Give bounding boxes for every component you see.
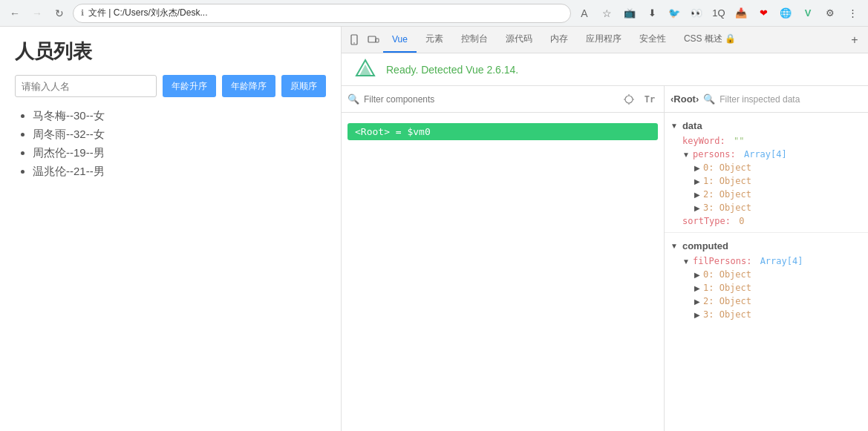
tab-application[interactable]: 应用程序 — [577, 27, 630, 53]
root-component-item[interactable]: <Root> = $vm0 — [347, 123, 658, 140]
persons-0-label: 0: Object — [703, 162, 751, 173]
add-tab-button[interactable]: + — [844, 30, 865, 50]
filpersons-0-row[interactable]: ▶ 0: Object — [665, 268, 868, 281]
extension-globe-icon[interactable]: 🌐 — [776, 4, 795, 23]
extension-tv-icon[interactable]: 📺 — [620, 4, 639, 23]
back-button[interactable]: ← — [6, 4, 24, 22]
inspector-data: ▼ data keyWord: "" ▼ persons: — [665, 113, 868, 431]
app-panel: 人员列表 年龄升序 年龄降序 原顺序 马冬梅--30--女 周冬雨--32--女… — [0, 27, 342, 431]
keyword-row: keyWord: "" — [665, 134, 868, 148]
svg-point-6 — [625, 96, 633, 103]
extension-1q-icon[interactable]: 1Q — [709, 4, 728, 23]
more-icon[interactable]: ⋮ — [843, 4, 862, 23]
age-asc-button[interactable]: 年龄升序 — [163, 75, 216, 97]
list-item: 周冬雨--32--女 — [33, 128, 326, 142]
sorttype-value: 0 — [739, 216, 744, 226]
settings-icon[interactable]: ⚙ — [820, 4, 840, 23]
data-section-header[interactable]: ▼ data — [665, 117, 868, 134]
vue-main-area: 🔍 Tr <Root> = $vm0 — [342, 86, 868, 431]
persons-row[interactable]: ▼ persons: Array[4] — [665, 148, 868, 161]
list-item: 马冬梅--30--女 — [33, 109, 326, 123]
persons-3-label: 3: Object — [703, 203, 751, 213]
search-input[interactable] — [15, 75, 157, 97]
persons-0-arrow: ▶ — [694, 164, 700, 172]
tab-css-overview[interactable]: CSS 概述 🔒 — [675, 27, 745, 53]
component-tree-content: <Root> = $vm0 — [342, 113, 664, 431]
address-text: 文件 | C:/Users/刘永杰/Desk... — [88, 7, 207, 19]
persons-arrow: ▼ — [682, 151, 690, 159]
extension-inbox-icon[interactable]: 📥 — [731, 4, 751, 23]
address-bar[interactable]: ℹ 文件 | C:/Users/刘永杰/Desk... — [73, 4, 571, 23]
filpersons-value: Array[4] — [760, 256, 803, 266]
breadcrumb: ‹Root› — [670, 93, 699, 105]
persons-3-row[interactable]: ▶ 3: Object — [665, 201, 868, 214]
extension-bird-icon[interactable]: 🐦 — [665, 4, 684, 23]
tab-icon-mobile[interactable] — [346, 32, 362, 48]
list-item: 温兆伦--21--男 — [33, 165, 326, 179]
refresh-button[interactable]: ↻ — [50, 4, 68, 22]
persons-2-arrow: ▶ — [694, 191, 700, 199]
tab-icon-responsive[interactable] — [365, 32, 382, 48]
vue-ready-text: Ready. Detected Vue 2.6.14. — [386, 64, 518, 76]
browser-chrome: ← → ↻ ℹ 文件 | C:/Users/刘永杰/Desk... A ☆ 📺 … — [0, 0, 868, 27]
bookmark-button[interactable]: ☆ — [598, 4, 616, 22]
filpersons-2-row[interactable]: ▶ 2: Object — [665, 295, 868, 308]
persons-0-row[interactable]: ▶ 0: Object — [665, 161, 868, 174]
filter-components-input[interactable] — [364, 91, 616, 108]
main-layout: 人员列表 年龄升序 年龄降序 原顺序 马冬梅--30--女 周冬雨--32--女… — [0, 27, 868, 431]
tab-vue[interactable]: Vue — [383, 27, 417, 53]
sorttype-row: sortType: 0 — [665, 214, 868, 228]
person-list: 马冬梅--30--女 周冬雨--32--女 周杰伦--19--男 温兆伦--21… — [15, 109, 326, 179]
tab-memory[interactable]: 内存 — [541, 27, 577, 53]
search-row: 年龄升序 年龄降序 原顺序 — [15, 75, 326, 97]
vue-devtools-content: Ready. Detected Vue 2.6.14. 🔍 Tr — [342, 53, 868, 431]
filpersons-1-arrow: ▶ — [694, 284, 700, 292]
devtools-panel: Vue 元素 控制台 源代码 内存 应用程序 安全性 CSS 概述 🔒 — [342, 27, 868, 431]
vue-logo-icon — [353, 58, 377, 82]
font-resize-button[interactable]: A — [575, 4, 593, 22]
component-select-icon[interactable] — [621, 91, 637, 108]
age-desc-button[interactable]: 年龄降序 — [222, 75, 275, 97]
filpersons-row[interactable]: ▼ filPersons: Array[4] — [665, 254, 868, 268]
root-component-label: <Root> = $vm0 — [355, 126, 431, 137]
breadcrumb-root: ‹Root› — [670, 93, 699, 105]
extension-red-icon[interactable]: ❤ — [754, 4, 773, 23]
filpersons-arrow: ▼ — [682, 257, 690, 266]
component-tree-panel: 🔍 Tr <Root> = $vm0 — [342, 86, 665, 431]
tab-console[interactable]: 控制台 — [452, 27, 497, 53]
tab-elements[interactable]: 元素 — [417, 27, 452, 53]
persons-1-row[interactable]: ▶ 1: Object — [665, 174, 868, 188]
app-title: 人员列表 — [15, 39, 326, 65]
svg-rect-3 — [376, 39, 379, 42]
persons-2-row[interactable]: ▶ 2: Object — [665, 188, 868, 201]
filpersons-2-label: 2: Object — [703, 296, 751, 306]
keyword-value: "" — [734, 136, 744, 146]
filpersons-3-row[interactable]: ▶ 3: Object — [665, 308, 868, 321]
filpersons-1-row[interactable]: ▶ 1: Object — [665, 281, 868, 295]
forward-button[interactable]: → — [28, 4, 46, 22]
filter-inspected-input[interactable] — [719, 91, 862, 108]
computed-section-header[interactable]: ▼ computed — [665, 237, 868, 254]
extension-vue-icon[interactable]: V — [798, 4, 818, 23]
address-info-icon: ℹ — [81, 8, 84, 18]
svg-point-1 — [353, 42, 355, 44]
filpersons-key: filPersons: — [693, 256, 751, 266]
filpersons-0-label: 0: Object — [703, 269, 751, 280]
persons-1-arrow: ▶ — [694, 177, 700, 185]
extension-download-icon[interactable]: ⬇ — [642, 4, 662, 23]
tab-security[interactable]: 安全性 — [630, 27, 675, 53]
search-icon: 🔍 — [347, 93, 359, 105]
keyword-key: keyWord: — [682, 136, 725, 146]
persons-value: Array[4] — [744, 149, 787, 159]
devtools-tabs: Vue 元素 控制台 源代码 内存 应用程序 安全性 CSS 概述 🔒 — [342, 27, 868, 53]
inspector-panel: ‹Root› 🔍 ▼ data ke — [665, 86, 868, 431]
format-icon[interactable]: Tr — [642, 91, 658, 108]
original-order-button[interactable]: 原顺序 — [281, 75, 326, 97]
persons-1-label: 1: Object — [703, 176, 751, 186]
list-item: 周杰伦--19--男 — [33, 146, 326, 160]
inspector-toolbar: ‹Root› 🔍 — [665, 86, 868, 113]
persons-2-label: 2: Object — [703, 189, 751, 200]
tab-sources[interactable]: 源代码 — [497, 27, 541, 53]
filpersons-2-arrow: ▶ — [694, 297, 700, 306]
extension-eye-icon[interactable]: 👀 — [687, 4, 706, 23]
